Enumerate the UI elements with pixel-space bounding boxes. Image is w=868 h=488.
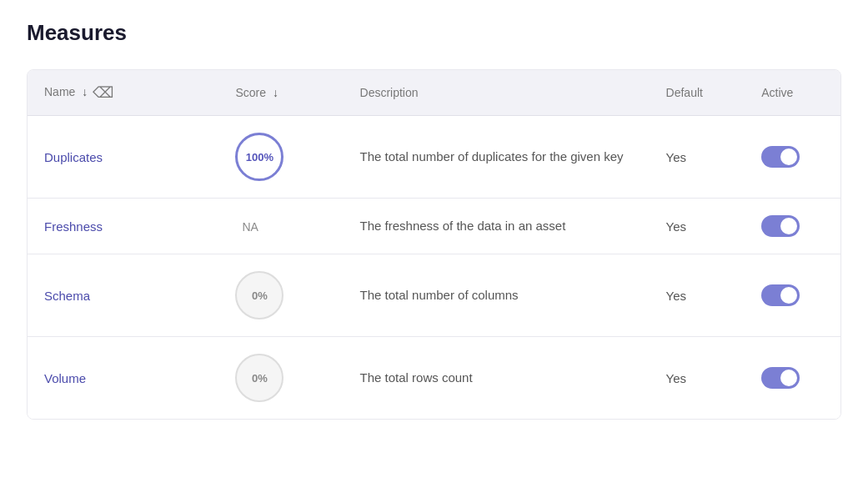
measures-table: Name ↓ ⌫ Score ↓ Description Default Act… <box>27 69 841 420</box>
cell-default: Yes <box>650 254 745 337</box>
active-toggle[interactable] <box>761 146 800 168</box>
active-toggle[interactable] <box>761 284 800 306</box>
column-header-score[interactable]: Score ↓ <box>218 70 343 116</box>
table-header-row: Name ↓ ⌫ Score ↓ Description Default Act… <box>28 70 840 116</box>
column-header-description: Description <box>344 70 650 116</box>
table-row: FreshnessNAThe freshness of the data in … <box>28 199 840 254</box>
toggle-slider <box>761 367 800 389</box>
cell-default: Yes <box>650 337 745 420</box>
cell-name[interactable]: Duplicates <box>28 116 218 199</box>
sort-arrow-score: ↓ <box>273 86 278 99</box>
cell-description: The freshness of the data in an asset <box>344 199 650 254</box>
column-header-active: Active <box>745 70 840 116</box>
cell-score: 0% <box>218 337 343 420</box>
cell-active <box>745 337 840 420</box>
cell-score: NA <box>218 199 343 254</box>
cell-description: The total number of columns <box>344 254 650 337</box>
active-toggle[interactable] <box>761 215 800 237</box>
cursor-hand-icon: ⌫ <box>93 83 113 102</box>
score-circle-zero: 0% <box>235 271 283 319</box>
cell-name[interactable]: Schema <box>28 254 218 337</box>
column-header-name[interactable]: Name ↓ ⌫ <box>28 70 218 116</box>
page-title: Measures <box>27 20 841 46</box>
table-row: Schema0%The total number of columnsYes <box>28 254 840 337</box>
toggle-slider <box>761 284 800 306</box>
cell-description: The total rows count <box>344 337 650 420</box>
toggle-slider <box>761 215 800 237</box>
cell-active <box>745 199 840 254</box>
cell-default: Yes <box>650 116 745 199</box>
cell-active <box>745 116 840 199</box>
table-row: Volume0%The total rows countYes <box>28 337 840 420</box>
cell-description: The total number of duplicates for the g… <box>344 116 650 199</box>
score-circle-full: 100% <box>235 133 283 181</box>
table-row: Duplicates100%The total number of duplic… <box>28 116 840 199</box>
cell-name[interactable]: Freshness <box>28 199 218 254</box>
score-circle-zero: 0% <box>235 354 283 402</box>
score-na: NA <box>235 220 258 234</box>
cell-name[interactable]: Volume <box>28 337 218 420</box>
cell-active <box>745 254 840 337</box>
column-header-default: Default <box>650 70 745 116</box>
cell-score: 0% <box>218 254 343 337</box>
cell-score: 100% <box>218 116 343 199</box>
cell-default: Yes <box>650 199 745 254</box>
active-toggle[interactable] <box>761 367 800 389</box>
toggle-slider <box>761 146 800 168</box>
sort-arrow-name: ↓ <box>82 85 88 98</box>
